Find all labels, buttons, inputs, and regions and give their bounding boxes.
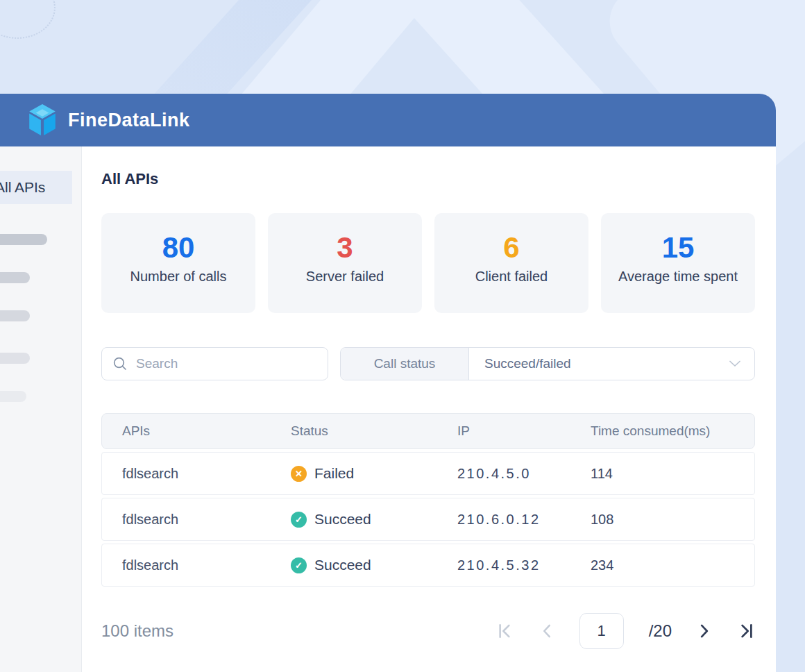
brand-logo-cube-icon <box>26 103 58 137</box>
page-title: All APIs <box>101 170 755 188</box>
status-cell: ✓ Succeed <box>291 511 457 528</box>
status-text: Succeed <box>314 511 371 528</box>
stat-card-client-failed: 6 Client failed <box>434 213 588 313</box>
table-row[interactable]: fdlsearch ✓ Succeed 210.4.5.32 234 <box>101 544 755 587</box>
sidebar-skeleton-item <box>0 272 30 283</box>
status-succeed-icon: ✓ <box>291 557 307 573</box>
stat-value: 6 <box>434 231 588 264</box>
last-page-icon <box>737 622 755 640</box>
search-box[interactable] <box>101 347 328 380</box>
sidebar: All APIs <box>0 146 82 672</box>
chevron-down-icon <box>729 360 740 367</box>
column-header-status: Status <box>291 423 457 439</box>
api-name-cell: fdlsearch <box>102 512 291 528</box>
next-page-icon <box>697 622 712 640</box>
sidebar-skeleton-item <box>0 353 30 364</box>
search-input[interactable] <box>136 356 328 371</box>
stat-label: Server failed <box>268 269 422 285</box>
background-decoration-dots <box>0 0 56 39</box>
api-name-cell: fdlsearch <box>102 557 291 573</box>
ip-cell: 210.4.5.0 <box>457 466 591 482</box>
current-page-input[interactable]: 1 <box>579 613 624 649</box>
status-cell: ✓ Succeed <box>291 557 457 573</box>
stat-label: Average time spent <box>601 269 755 285</box>
sidebar-item-all-apis[interactable]: All APIs <box>0 171 72 204</box>
previous-page-icon <box>539 622 554 640</box>
sidebar-skeleton-item <box>0 310 30 321</box>
stat-card-server-failed: 3 Server failed <box>268 213 422 313</box>
ip-cell: 210.4.5.32 <box>457 557 591 573</box>
call-status-label: Call status <box>341 348 469 380</box>
stat-card-number-of-calls: 80 Number of calls <box>101 213 255 313</box>
stat-label: Number of calls <box>101 269 255 285</box>
time-consumed-cell: 114 <box>591 466 754 482</box>
table-footer: 100 items 1 /20 <box>101 613 755 649</box>
status-succeed-icon: ✓ <box>291 512 307 528</box>
call-status-dropdown[interactable]: Call status Succeed/failed <box>340 347 755 380</box>
stat-card-average-time-spent: 15 Average time spent <box>601 213 755 313</box>
items-count: 100 items <box>101 621 173 641</box>
brand-title: FineDataLink <box>68 110 190 131</box>
stat-cards: 80 Number of calls 3 Server failed 6 Cli… <box>101 213 755 313</box>
call-status-value: Succeed/failed <box>469 356 729 371</box>
next-page-button[interactable] <box>697 622 712 640</box>
stat-value: 15 <box>601 231 755 264</box>
pagination: 1 /20 <box>496 613 755 649</box>
column-header-ip: IP <box>457 423 591 439</box>
table-header-row: APIs Status IP Time consumed(ms) <box>101 413 755 449</box>
sidebar-item-label: All APIs <box>0 179 45 196</box>
first-page-button[interactable] <box>496 622 514 640</box>
last-page-button[interactable] <box>737 622 755 640</box>
table-row[interactable]: fdlsearch ✓ Succeed 210.6.0.12 108 <box>101 498 755 541</box>
total-pages-label: /20 <box>649 621 672 641</box>
sidebar-skeleton-item <box>0 391 26 402</box>
api-calls-table: APIs Status IP Time consumed(ms) fdlsear… <box>101 413 755 587</box>
main-content: All APIs 80 Number of calls 3 Server fai… <box>82 146 776 672</box>
stat-value: 3 <box>268 231 422 264</box>
app-header: FineDataLink <box>0 94 776 146</box>
column-header-time-consumed: Time consumed(ms) <box>591 423 754 439</box>
api-name-cell: fdlsearch <box>102 466 291 482</box>
status-cell: ✕ Failed <box>291 465 457 482</box>
ip-cell: 210.6.0.12 <box>457 512 591 528</box>
status-failed-icon: ✕ <box>291 466 307 482</box>
time-consumed-cell: 234 <box>591 557 754 573</box>
search-icon <box>112 356 128 371</box>
app-window: FineDataLink All APIs All APIs 80 Number… <box>0 94 776 672</box>
sidebar-skeleton-item <box>0 234 47 245</box>
status-text: Failed <box>314 465 354 482</box>
status-text: Succeed <box>314 557 371 573</box>
previous-page-button[interactable] <box>539 622 554 640</box>
stat-value: 80 <box>101 231 255 264</box>
stat-label: Client failed <box>434 269 588 285</box>
filter-bar: Call status Succeed/failed <box>101 347 755 380</box>
column-header-apis: APIs <box>102 423 291 439</box>
table-row[interactable]: fdlsearch ✕ Failed 210.4.5.0 114 <box>101 452 755 495</box>
first-page-icon <box>496 622 514 640</box>
time-consumed-cell: 108 <box>591 512 754 528</box>
